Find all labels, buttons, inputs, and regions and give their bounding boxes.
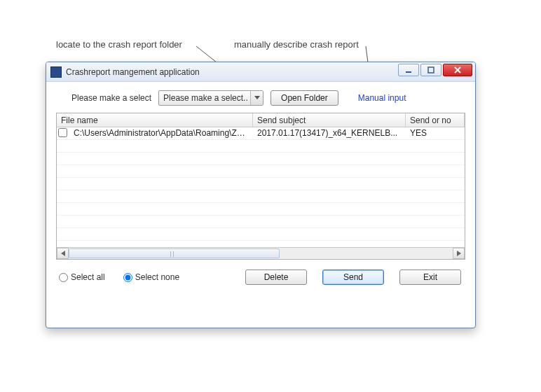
open-folder-button[interactable]: Open Folder	[270, 90, 338, 106]
list-header: File name Send subject Send or no	[57, 113, 465, 127]
annotation-manual: manually describe crash report	[234, 39, 359, 50]
window-buttons	[398, 64, 472, 76]
minimize-button[interactable]	[398, 64, 419, 76]
chevron-down-icon	[250, 91, 263, 105]
empty-row	[57, 216, 465, 228]
exit-button[interactable]: Exit	[399, 270, 461, 285]
empty-row	[57, 165, 465, 178]
list-body[interactable]: C:\Users\Administrator\AppData\Roaming\Z…	[57, 127, 465, 247]
empty-row	[57, 178, 465, 190]
empty-row	[57, 203, 465, 216]
select-all-label: Select all	[71, 272, 105, 282]
select-all-radio-input[interactable]	[59, 273, 68, 282]
select-label: Please make a select	[71, 93, 151, 103]
scroll-left-button[interactable]	[57, 248, 69, 259]
bottom-buttons: Delete Send Exit	[245, 270, 465, 285]
send-button[interactable]: Send	[322, 270, 384, 285]
empty-row	[57, 153, 465, 165]
window-title: Crashreport mangement application	[66, 67, 200, 77]
svg-rect-4	[428, 67, 434, 73]
select-none-radio[interactable]: Select none	[123, 272, 179, 282]
col-header-sendorno[interactable]: Send or no	[406, 113, 465, 127]
empty-row	[57, 140, 465, 153]
titlebar[interactable]: Crashreport mangement application	[46, 62, 475, 82]
close-button[interactable]	[443, 64, 472, 76]
cell-subject: 2017.01.17(13417)_x64_KERNELB...	[253, 127, 406, 139]
cell-sendorno: YES	[406, 127, 465, 139]
close-icon	[453, 66, 462, 74]
delete-button[interactable]: Delete	[245, 270, 307, 285]
cell-filename: C:\Users\Administrator\AppData\Roaming\Z…	[69, 127, 253, 139]
list-row[interactable]: C:\Users\Administrator\AppData\Roaming\Z…	[57, 127, 465, 140]
row-checkbox[interactable]	[58, 128, 67, 137]
scroll-right-button[interactable]	[453, 248, 465, 259]
select-none-radio-input[interactable]	[123, 273, 132, 282]
horizontal-scrollbar[interactable]	[57, 247, 465, 259]
report-list: File name Send subject Send or no C:\Use…	[56, 113, 465, 260]
scroll-thumb[interactable]	[69, 248, 280, 258]
top-row: Please make a select Please make a selec…	[56, 90, 465, 106]
chevron-right-icon	[457, 251, 461, 256]
select-none-label: Select none	[135, 272, 179, 282]
select-value: Please make a select..	[163, 93, 248, 103]
maximize-icon	[427, 66, 435, 74]
app-icon	[50, 66, 62, 78]
empty-row	[57, 228, 465, 241]
scroll-track[interactable]	[69, 248, 453, 259]
app-window: Crashreport mangement application	[46, 62, 476, 328]
chevron-left-icon	[61, 251, 65, 256]
minimize-icon	[404, 66, 413, 74]
report-type-select[interactable]: Please make a select..	[158, 90, 263, 106]
bottom-row: Select all Select none Delete Send Exit	[56, 270, 465, 285]
select-all-radio[interactable]: Select all	[59, 272, 105, 282]
manual-input-link[interactable]: Manual input	[358, 93, 406, 103]
col-header-subject[interactable]: Send subject	[253, 113, 406, 127]
client-area: Please make a select Please make a selec…	[46, 82, 475, 292]
empty-row	[57, 190, 465, 203]
col-header-filename[interactable]: File name	[57, 113, 253, 127]
maximize-button[interactable]	[420, 64, 441, 76]
grip-icon	[170, 251, 174, 257]
annotation-locate: locate to the crash report folder	[56, 39, 182, 50]
